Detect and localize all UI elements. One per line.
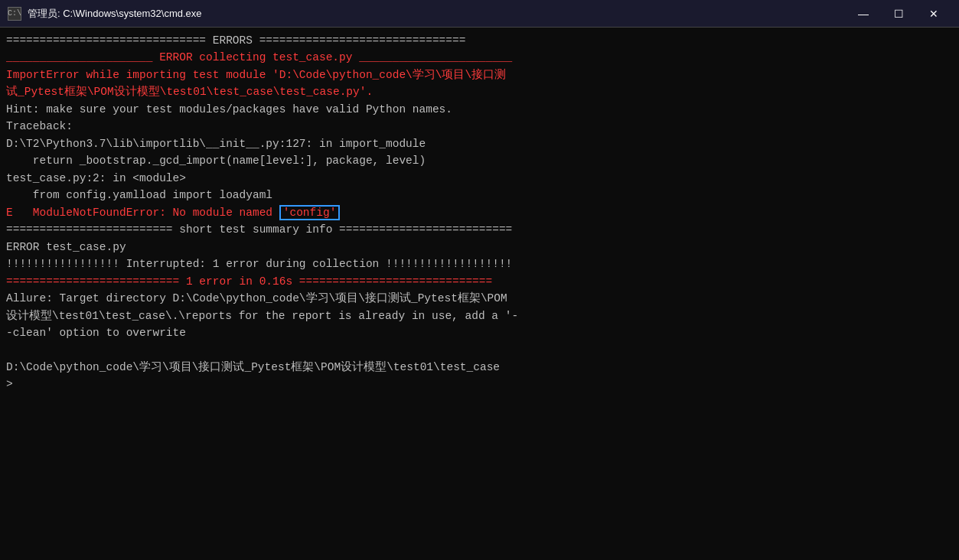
- interrupted-line: !!!!!!!!!!!!!!!!! Interrupted: 1 error d…: [6, 256, 953, 272]
- terminal-output: ============================== ERRORS ==…: [0, 28, 959, 560]
- error-test-case: ERROR test_case.py: [6, 239, 953, 256]
- allure-line3: -clean' option to overwrite: [6, 324, 953, 341]
- allure-line1: Allure: Target directory D:\Code\python_…: [6, 290, 953, 307]
- hint-line: Hint: make sure your test modules/packag…: [6, 101, 953, 118]
- titlebar-icon: C:\: [8, 7, 21, 21]
- traceback-label: Traceback:: [6, 118, 953, 135]
- minimize-button[interactable]: —: [846, 0, 881, 28]
- allure-line2: 设计模型\test01\test_case\.\reports for the …: [6, 308, 953, 324]
- import-error-line1: ImportError while importing test module …: [6, 67, 953, 83]
- close-button[interactable]: ✕: [916, 0, 951, 28]
- titlebar: C:\ 管理员: C:\Windows\system32\cmd.exe — ☐…: [0, 0, 959, 28]
- error-count-separator: ========================== 1 error in 0.…: [6, 273, 953, 290]
- config-highlight: 'config': [279, 205, 341, 220]
- window: C:\ 管理员: C:\Windows\system32\cmd.exe — ☐…: [0, 0, 959, 560]
- errors-separator: ============================== ERRORS ==…: [6, 32, 953, 49]
- path-line: D:\Code\python_code\学习\项目\接口测试_Pytest框架\…: [6, 359, 953, 376]
- titlebar-title: 管理员: C:\Windows\system32\cmd.exe: [28, 7, 846, 21]
- tb-line2: return _bootstrap._gcd_import(name[level…: [6, 152, 953, 169]
- tb-line4: from config.yamlload import loadyaml: [6, 187, 953, 203]
- summary-separator: ========================= short test sum…: [6, 221, 953, 238]
- prompt-line: >: [6, 376, 953, 392]
- collecting-line: ______________________ ERROR collecting …: [6, 49, 953, 66]
- tb-line1: D:\T2\Python3.7\lib\importlib\__init__.p…: [6, 135, 953, 152]
- maximize-button[interactable]: ☐: [881, 0, 916, 28]
- blank-line: [6, 341, 953, 358]
- import-error-line2: 试_Pytest框架\POM设计模型\test01\test_case\test…: [6, 83, 953, 100]
- module-not-found-line: E ModuleNotFoundError: No module named '…: [6, 204, 953, 221]
- tb-line3: test_case.py:2: in <module>: [6, 170, 953, 187]
- titlebar-controls: — ☐ ✕: [846, 0, 951, 28]
